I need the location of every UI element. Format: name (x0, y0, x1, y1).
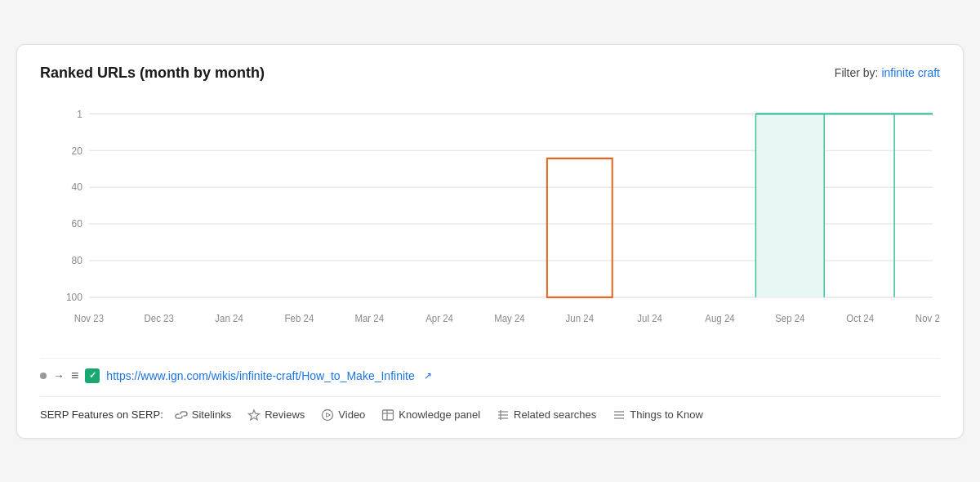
svg-text:Feb 24: Feb 24 (285, 312, 314, 324)
svg-text:Aug 24: Aug 24 (705, 312, 735, 324)
serp-feature-knowledge-panel: Knowledge panel (381, 408, 480, 422)
serp-feature-related-searches: Related searches (497, 408, 596, 422)
reviews-icon (247, 408, 261, 422)
svg-text:Jul 24: Jul 24 (637, 312, 662, 324)
svg-text:Sep 24: Sep 24 (775, 312, 805, 324)
sitelinks-label: Sitelinks (192, 408, 231, 421)
serp-features-row: SERP Features on SERP: Sitelinks Reviews… (40, 396, 940, 422)
check-icon (85, 368, 100, 383)
svg-text:40: 40 (72, 181, 82, 193)
svg-text:80: 80 (72, 254, 82, 266)
svg-marker-34 (249, 410, 260, 420)
svg-text:Jan 24: Jan 24 (215, 312, 243, 324)
card-header: Ranked URLs (month by month) Filter by: … (40, 65, 940, 82)
svg-text:Apr 24: Apr 24 (425, 312, 453, 324)
main-card: Ranked URLs (month by month) Filter by: … (16, 44, 964, 439)
svg-marker-36 (327, 413, 331, 417)
svg-text:Mar 24: Mar 24 (354, 312, 384, 324)
svg-text:Nov 24: Nov 24 (915, 312, 940, 324)
related-searches-icon (497, 408, 510, 422)
list-icon: ≡ (71, 368, 78, 383)
serp-feature-video: Video (321, 408, 365, 422)
video-icon (321, 408, 334, 422)
related-searches-label: Related searches (514, 408, 596, 421)
serp-feature-things-to-know: Things to Know (612, 408, 703, 422)
svg-text:60: 60 (72, 217, 82, 229)
arrow-icon: → (53, 369, 65, 382)
chart-svg: 1 20 40 60 80 100 Nov 23 Dec 23 Jan 24 F… (40, 96, 940, 350)
svg-text:20: 20 (72, 145, 82, 156)
svg-rect-26 (755, 114, 824, 297)
svg-text:100: 100 (66, 291, 82, 302)
filter-link[interactable]: infinite craft (881, 66, 940, 79)
svg-text:May 24: May 24 (494, 312, 525, 324)
knowledge-panel-icon (381, 408, 394, 422)
svg-rect-25 (547, 158, 612, 297)
page-title: Ranked URLs (month by month) (40, 65, 265, 82)
svg-text:Dec 23: Dec 23 (145, 312, 175, 324)
url-row: → ≡ https://www.ign.com/wikis/infinite-c… (40, 358, 940, 393)
chart-area: 1 20 40 60 80 100 Nov 23 Dec 23 Jan 24 F… (40, 96, 940, 350)
svg-text:Oct 24: Oct 24 (846, 312, 874, 324)
svg-rect-37 (383, 410, 394, 420)
svg-text:1: 1 (77, 108, 82, 119)
knowledge-panel-label: Knowledge panel (399, 408, 480, 421)
things-to-know-label: Things to Know (630, 408, 703, 421)
external-link-icon: ↗ (424, 370, 432, 382)
dot-indicator (40, 373, 47, 379)
svg-text:Jun 24: Jun 24 (566, 312, 595, 324)
sitelinks-icon (175, 408, 188, 422)
reviews-label: Reviews (265, 408, 305, 421)
serp-feature-reviews: Reviews (247, 408, 305, 422)
video-label: Video (338, 408, 365, 421)
serp-features-label: SERP Features on SERP: (40, 408, 163, 421)
ranked-url-link[interactable]: https://www.ign.com/wikis/infinite-craft… (106, 369, 414, 382)
serp-feature-sitelinks: Sitelinks (175, 408, 231, 422)
things-to-know-icon (612, 408, 626, 422)
filter-label: Filter by: infinite craft (835, 66, 940, 79)
svg-text:Nov 23: Nov 23 (74, 312, 105, 324)
